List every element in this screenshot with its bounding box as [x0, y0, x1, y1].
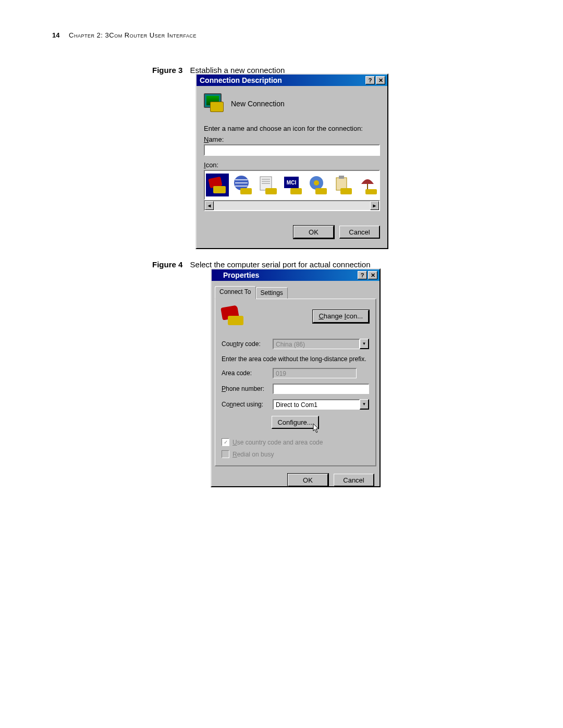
- page-number: 14: [52, 31, 59, 39]
- tabs: Connect To Settings: [215, 286, 376, 299]
- new-connection-icon: [204, 93, 226, 114]
- connection-icon: [222, 306, 244, 326]
- chapter-title: Chapter 2: 3Com Router User Interface: [69, 31, 197, 39]
- use-country-label: Use country code and area code: [232, 439, 323, 446]
- svg-rect-3: [240, 188, 252, 194]
- svg-text:MCI: MCI: [287, 180, 297, 186]
- icon-option-mci[interactable]: MCI: [281, 174, 304, 196]
- svg-rect-8: [265, 188, 277, 194]
- connect-using-select[interactable]: [273, 399, 360, 410]
- help-button[interactable]: ?: [365, 76, 375, 84]
- icon-scrollbar[interactable]: ◄ ►: [204, 200, 380, 211]
- configure-button[interactable]: Configure...: [272, 416, 319, 429]
- ok-button-2[interactable]: OK: [288, 474, 328, 487]
- help-button-2[interactable]: ?: [358, 271, 367, 279]
- country-select: [273, 339, 360, 349]
- dialog-body: New Connection Enter a name and choose a…: [197, 86, 387, 244]
- svg-rect-16: [339, 176, 344, 179]
- scroll-left-icon[interactable]: ◄: [205, 201, 214, 210]
- figure3-label: Figure 3: [152, 66, 182, 75]
- figure4-label: Figure 4: [152, 260, 182, 269]
- svg-point-13: [314, 180, 319, 186]
- tab-connect-to[interactable]: Connect To: [215, 286, 256, 299]
- connect-dropdown-icon[interactable]: ▼: [360, 399, 369, 410]
- icon-option-news[interactable]: [256, 174, 279, 196]
- instruction-text: Enter a name and choose an icon for the …: [204, 125, 380, 132]
- icon-option-phone-red[interactable]: [206, 174, 229, 196]
- redial-checkbox: [222, 450, 229, 458]
- area-code-label: Area code:: [222, 369, 270, 377]
- name-input[interactable]: [204, 144, 380, 156]
- country-dropdown-icon: ▼: [360, 339, 369, 349]
- cancel-button-2[interactable]: Cancel: [334, 474, 374, 487]
- dialog-title-2: Properties: [223, 271, 259, 279]
- name-label: Name:: [204, 135, 380, 143]
- area-code-input: [273, 368, 357, 378]
- change-icon-button[interactable]: Change Icon...: [313, 310, 369, 323]
- tab-panel: Change Icon... Country code: ▼ Enter the…: [215, 299, 376, 466]
- phone-input[interactable]: [273, 384, 369, 394]
- dialog-title: Connection Description: [200, 76, 282, 84]
- connect-using-label: Connect using:: [222, 401, 270, 408]
- svg-rect-19: [365, 189, 377, 194]
- svg-rect-1: [213, 186, 226, 193]
- svg-rect-11: [290, 188, 302, 194]
- icon-option-dial[interactable]: [306, 174, 329, 196]
- redial-label: Redial on busy: [232, 451, 274, 458]
- figure4-caption: Figure 4 Select the computer serial port…: [152, 260, 371, 269]
- area-code-note: Enter the area code without the long-dis…: [222, 355, 369, 363]
- close-button-2[interactable]: ✕: [368, 271, 377, 279]
- icon-label: Icon:: [204, 161, 380, 169]
- icon-list[interactable]: MCI: [204, 170, 380, 200]
- title-bar-2[interactable]: Properties ? ✕: [212, 269, 380, 281]
- icon-option-umbrella[interactable]: [356, 174, 379, 196]
- title-bar[interactable]: Connection Description ? ✕: [197, 75, 387, 86]
- icon-option-globe[interactable]: [231, 174, 254, 196]
- cancel-button[interactable]: Cancel: [339, 226, 380, 239]
- tab-settings[interactable]: Settings: [256, 287, 288, 299]
- figure4-text: Select the computer serial port for actu…: [190, 260, 371, 269]
- ok-button[interactable]: OK: [293, 226, 334, 239]
- svg-rect-17: [340, 188, 352, 194]
- scroll-right-icon[interactable]: ►: [370, 201, 379, 210]
- close-button[interactable]: ✕: [376, 76, 385, 84]
- svg-rect-14: [315, 188, 327, 194]
- country-label: Country code:: [222, 340, 270, 348]
- connection-description-dialog: Connection Description ? ✕ New Connectio…: [195, 73, 388, 249]
- new-connection-label: New Connection: [231, 100, 285, 108]
- icon-option-clip[interactable]: [331, 174, 354, 196]
- properties-dialog: Properties ? ✕ Connect To Settings Chang…: [211, 268, 381, 487]
- phone-label: Phone number:: [222, 385, 270, 392]
- page-header: 14 Chapter 2: 3Com Router User Interface: [52, 31, 197, 39]
- use-country-checkbox: ✓: [222, 438, 229, 446]
